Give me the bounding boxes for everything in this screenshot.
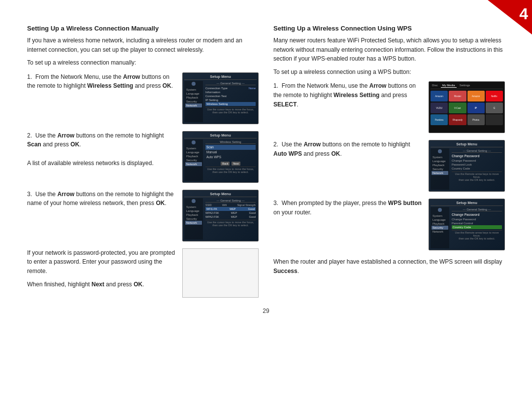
smc-title2: Change Password [452,212,502,217]
left-step-1: 1. From the Network Menu, use the Arrow … [27,72,259,124]
left-s3-bold2: OK [156,200,165,206]
sm2-gen: Wireless Setting [205,140,256,144]
sm3-net1: WFI1-FKWEPGood [205,207,256,211]
left-s2-extra: A list of available wireless networks is… [27,160,154,167]
left-column: Setting Up a Wireless Connection Manuall… [27,25,259,298]
sm-playback: Playback [185,96,202,100]
media-vudu: VUDU [431,103,448,113]
smc-network: Network [432,230,448,234]
smw-security: Security [432,167,448,171]
right-s2-bold3: OK [331,150,340,157]
left-s1-t4: . [171,82,173,89]
sm-title-wps: Setup Menu [431,142,503,147]
sm-main-wps: --- General Setting --- Change Password … [451,148,503,190]
right-step-1-number: 1. [273,82,282,89]
smw-row1: Change Password [452,159,502,163]
media-tab-settings: Settings [458,83,472,88]
left-s2-bold3: OK [70,141,79,148]
smw-row3: Country Code [452,167,502,171]
smc-language: Language [432,218,448,222]
media-p: P [467,103,485,113]
right-s1-t1: From the Network Menu, use the [282,82,369,89]
left-step-1-text: 1. From the Network Menu, use the Arrow … [27,72,177,124]
right-s1-bold2: Wireless Setting [333,92,379,99]
left-step-2-text: 2. Use the Arrow buttons on the remote t… [27,131,177,183]
left-step-2-number: 2. [27,132,35,139]
media-amazon2: Amazon [467,91,485,102]
sm2-scan: Scan [205,145,256,150]
sm3-playback: Playback [185,213,202,217]
sm2-autowps: Auto WPS [205,155,256,160]
sm3-net3: WPA2-FSKWEPGood [205,215,256,219]
right-step-3-number: 3. [273,200,282,206]
left-step-3: 3. Use the Arrow buttons on the remote t… [27,190,259,241]
smw-playback: Playback [432,163,448,167]
right-step-3-extra: When the router and player have establis… [273,257,505,275]
left-s1-bold3: OK [163,82,171,89]
smc-gen: --- General Setting --- [452,208,502,211]
smw-network: Network [432,171,448,175]
pw-bold1: Next [92,281,104,288]
corner-badge: 4 [488,0,532,34]
smw-title2: Change Password [452,154,502,159]
right-s3-extra2: . [298,268,299,274]
sm-network: Network [185,103,202,107]
sm2-language: Language [185,150,202,154]
right-s2-bold2: Auto WPS [273,150,302,157]
right-column: Setting Up a Wireless Connection Using W… [273,25,505,298]
left-s2-t4: . [79,141,81,148]
password-text-block: If your network is password-protected, y… [27,248,177,293]
left-s3-t3: . [165,200,166,206]
right-step-2: 2. Use the Arrow buttons on the remote t… [273,140,505,192]
sm-footer-1: Use the cursor keys to move the focus,th… [205,107,256,114]
sm3-network: Network [185,221,202,225]
left-s2-bold1: Arrow [57,132,74,139]
media-menu-screenshot: Disc My Media Settings Amazon Flixster A… [429,81,505,133]
right-s1-bold1: Arrow [369,82,387,89]
pw-bold2: OK [133,281,142,288]
sm-language: Language [185,92,202,96]
password-section: If your network is password-protected, y… [27,248,259,298]
left-s1-bold1: Arrow [123,73,140,80]
sm3-system: System [185,205,202,209]
left-step-1-number: 1. [27,73,35,80]
right-s2-t1: Use the [282,141,304,148]
right-step-3-inner: 3. When prompted by the player, press th… [273,199,505,250]
pw-t3: . [142,281,144,288]
left-step-3-text: 3. Use the Arrow buttons on the remote t… [27,190,177,241]
smw-row2: Password Lock [452,163,502,167]
left-step-2: 2. Use the Arrow buttons on the remote t… [27,131,259,183]
setup-menu-screenshot-1: Setup Menu System Language Playback Secu… [182,72,259,124]
right-s3-extra-bold: Success [273,268,298,274]
right-s2-t4: . [340,150,341,157]
media-tab-mymedia: My Media [441,83,457,88]
left-step-2-image: Setup Menu System Language Playback Secu… [182,131,259,183]
left-step-intro: To set up a wireless connection manually… [27,58,259,68]
sm3-language: Language [185,209,202,213]
right-step-3-image: Setup Menu System Language Playback Secu… [429,199,505,250]
sm-row-wireless: Wireless Setting [205,102,256,106]
media-amazon: Amazon [431,91,448,102]
right-step-3: 3. When prompted by the player, press th… [273,199,505,275]
left-s3-t1: Use the [35,191,58,198]
smc-security: Security [432,226,448,230]
sm-main-cc: --- General Setting --- Change Password … [451,207,503,248]
right-step-1-image: Disc My Media Settings Amazon Flixster A… [429,81,505,133]
right-step-2-number: 2. [273,141,282,148]
sm2-btn-back: Back [221,162,230,166]
media-pandora: Pandora [431,114,448,125]
left-s2-t1: Use the [35,132,58,139]
sm2-network: Network [185,162,202,166]
sm-main-2: Wireless Setting Scan Manual Auto WPS Ba… [204,139,257,181]
media-g: G [486,103,503,113]
sm3-header: SSIDWifiSignal Strength [205,204,256,207]
smw-system: System [432,155,448,159]
sm-title-2: Setup Menu [184,133,257,138]
page-section-number: 4 [519,5,528,23]
left-s2-t3: and press [41,141,70,148]
left-s1-bold2: Wireless Setting [87,82,133,89]
sm2-btn-next: Next [232,162,240,166]
right-intro-text: Many newer routers feature WiFi Protecte… [273,36,505,64]
left-step-1-image: Setup Menu System Language Playback Secu… [182,72,259,124]
left-section-title: Setting Up a Wireless Connection Manuall… [27,25,259,32]
